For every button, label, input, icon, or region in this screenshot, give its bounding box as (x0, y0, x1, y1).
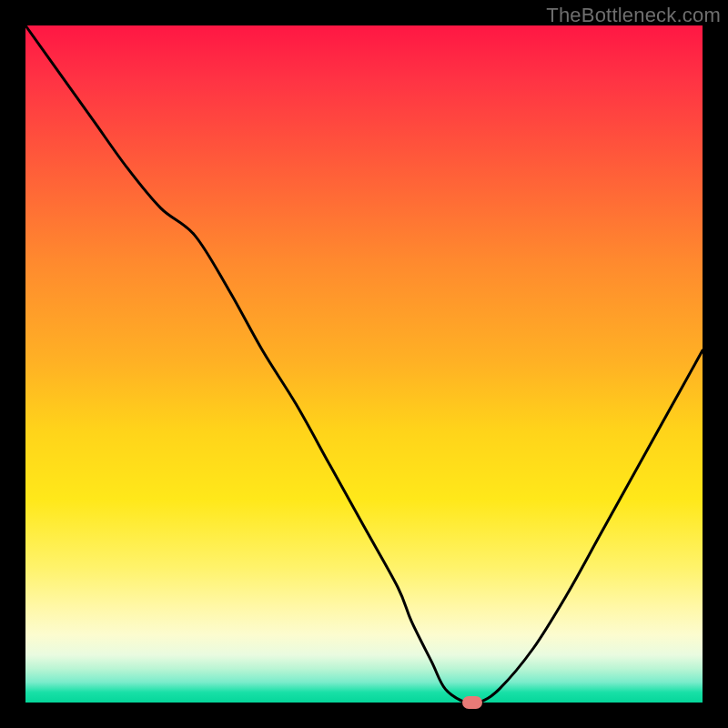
bottleneck-curve (25, 25, 703, 703)
watermark-text: TheBottleneck.com (546, 4, 721, 27)
optimal-point-marker (462, 696, 482, 709)
chart-frame: TheBottleneck.com (0, 0, 728, 728)
plot-area (25, 25, 703, 703)
